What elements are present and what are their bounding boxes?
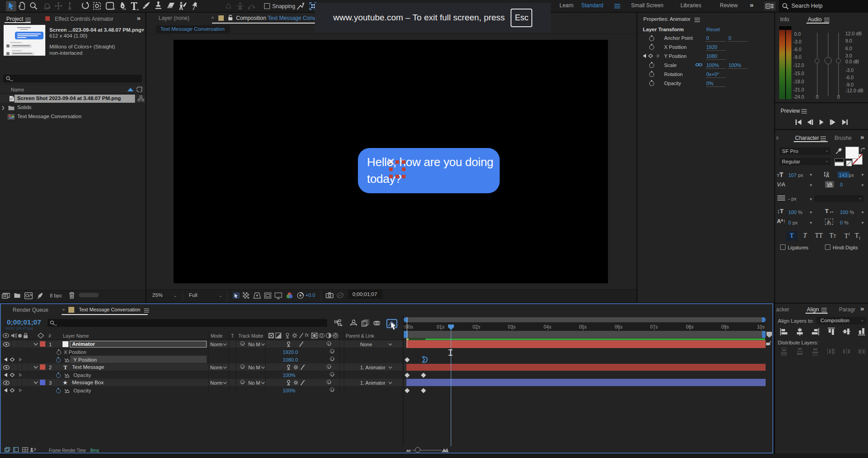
svg-text:A: A <box>826 173 829 178</box>
